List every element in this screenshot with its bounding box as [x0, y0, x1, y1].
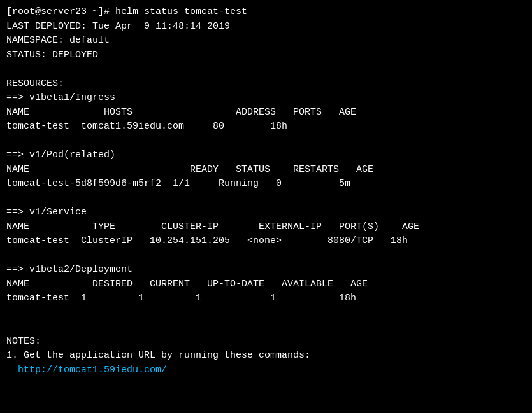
deployment-section-header: ==> v1beta2/Deployment: [6, 263, 526, 277]
resources-label: RESOURCES:: [6, 77, 526, 92]
last-deployed-line: LAST DEPLOYED: Tue Apr 9 11:48:14 2019: [6, 20, 526, 34]
notes-url: http://tomcat1.59iedu.com/: [6, 363, 526, 378]
terminal-window: [root@server23 ~]# helm status tomcat-te…: [0, 0, 532, 413]
empty-line-6: [6, 320, 526, 335]
prompt-line: [root@server23 ~]# helm status tomcat-te…: [6, 5, 526, 20]
empty-line-3: [6, 192, 526, 206]
ingress-columns: NAME HOSTS ADDRESS PORTS AGE: [6, 106, 526, 120]
ingress-section-header: ==> v1beta1/Ingress: [6, 91, 526, 106]
notes-instruction: 1. Get the application URL by running th…: [6, 349, 526, 363]
empty-line-4: [6, 249, 526, 263]
pod-row: tomcat-test-5d8f599d6-m5rf2 1/1 Running …: [6, 177, 526, 192]
service-columns: NAME TYPE CLUSTER-IP EXTERNAL-IP PORT(S)…: [6, 220, 526, 235]
deployment-columns: NAME DESIRED CURRENT UP-TO-DATE AVAILABL…: [6, 277, 526, 292]
empty-line-1: [6, 62, 526, 77]
service-section-header: ==> v1/Service: [6, 206, 526, 220]
notes-label: NOTES:: [6, 335, 526, 349]
ingress-row: tomcat-test tomcat1.59iedu.com 80 18h: [6, 120, 526, 134]
status-line: STATUS: DEPLOYED: [6, 48, 526, 63]
pod-section-header: ==> v1/Pod(related): [6, 148, 526, 163]
namespace-line: NAMESPACE: default: [6, 34, 526, 48]
service-row: tomcat-test ClusterIP 10.254.151.205 <no…: [6, 234, 526, 249]
empty-line-2: [6, 134, 526, 149]
deployment-row: tomcat-test 1 1 1 1 18h: [6, 291, 526, 306]
pod-columns: NAME READY STATUS RESTARTS AGE: [6, 163, 526, 178]
empty-line-5: [6, 306, 526, 321]
